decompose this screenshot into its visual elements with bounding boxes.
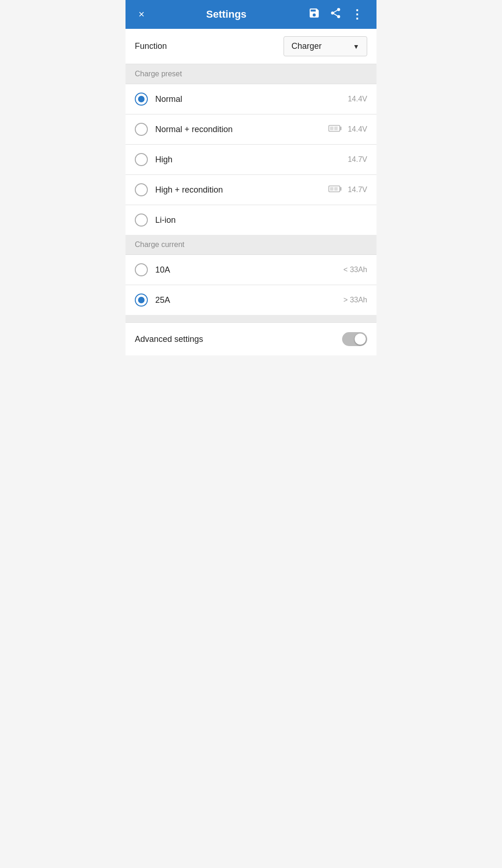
charge-preset-label: Charge preset [135,70,182,78]
charge-current-label: Charge current [135,240,185,248]
svg-rect-2 [330,127,333,130]
list-item[interactable]: 10A < 33Ah [126,255,376,285]
current-25a-value: > 33Ah [343,296,367,304]
preset-normal-recondition-label: Normal + recondition [155,125,328,134]
list-item[interactable]: 25A > 33Ah [126,285,376,315]
list-item[interactable]: High 14.7V [126,145,376,175]
charge-current-section-header: Charge current [126,235,376,255]
current-10a-label: 10A [155,265,343,275]
preset-high-recondition-label: High + recondition [155,185,328,195]
preset-high-recondition-value: 14.7V [347,186,367,194]
charge-preset-section-header: Charge preset [126,64,376,84]
toggle-track [342,332,367,346]
list-item[interactable]: High + recondition 14.7V [126,175,376,205]
preset-high-value: 14.7V [347,155,367,164]
current-25a-info: > 33Ah [343,296,367,304]
preset-high-recondition-info: 14.7V [328,184,367,195]
list-item[interactable]: Li-ion [126,205,376,235]
radio-high[interactable] [135,153,148,166]
chevron-down-icon: ▼ [353,43,359,50]
current-25a-label: 25A [155,295,343,305]
page-title: Settings [148,8,304,20]
preset-liion-label: Li-ion [155,215,347,225]
svg-rect-1 [340,127,342,130]
current-10a-value: < 33Ah [343,266,367,274]
battery-icon [328,124,342,135]
svg-rect-7 [334,187,337,190]
function-label: Function [135,41,284,51]
list-item[interactable]: Normal + recondition 14.4V [126,114,376,145]
radio-normal-recondition[interactable] [135,123,148,136]
function-dropdown[interactable]: Charger ▼ [284,36,367,56]
close-icon[interactable]: × [135,5,148,24]
preset-normal-value: 14.4V [347,95,367,103]
preset-normal-recondition-value: 14.4V [347,125,367,134]
radio-10a[interactable] [135,263,148,276]
advanced-settings-label: Advanced settings [135,334,342,344]
advanced-settings-row: Advanced settings [126,322,376,355]
radio-25a[interactable] [135,294,148,307]
header-actions: ⋮ [304,3,367,26]
radio-normal[interactable] [135,93,148,106]
list-item[interactable]: Normal 14.4V [126,84,376,114]
preset-normal-label: Normal [155,94,347,104]
radio-high-recondition[interactable] [135,183,148,196]
preset-normal-info: 14.4V [347,95,367,103]
toggle-thumb [355,334,366,345]
current-10a-info: < 33Ah [343,266,367,274]
preset-normal-recondition-info: 14.4V [328,124,367,135]
svg-rect-5 [340,187,342,190]
svg-rect-6 [330,187,333,190]
share-icon[interactable] [326,3,345,26]
battery-icon-2 [328,184,342,195]
function-row: Function Charger ▼ [126,29,376,64]
function-dropdown-value: Charger [291,41,322,51]
save-icon[interactable] [304,3,324,26]
preset-high-label: High [155,155,347,165]
preset-high-info: 14.7V [347,155,367,164]
more-options-icon[interactable]: ⋮ [347,4,367,26]
radio-liion[interactable] [135,214,148,227]
spacer [126,315,376,322]
svg-rect-3 [334,127,337,130]
advanced-settings-toggle[interactable] [342,332,367,346]
header: × Settings ⋮ [126,0,376,29]
